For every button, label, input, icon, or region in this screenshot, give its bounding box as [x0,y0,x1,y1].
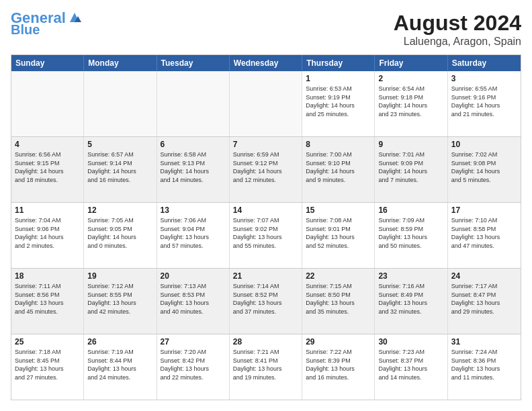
day-info-22: Sunrise: 7:15 AM Sunset: 8:50 PM Dayligh… [306,282,371,316]
day-number-26: 26 [87,337,152,347]
day-2: 2Sunrise: 6:54 AM Sunset: 9:18 PM Daylig… [375,71,447,136]
day-info-17: Sunrise: 7:10 AM Sunset: 8:58 PM Dayligh… [451,216,517,250]
header-monday: Monday [84,55,157,71]
day-info-24: Sunrise: 7:17 AM Sunset: 8:47 PM Dayligh… [451,282,517,316]
header-sunday: Sunday [11,55,84,71]
day-number-31: 31 [451,337,517,347]
day-info-31: Sunrise: 7:24 AM Sunset: 8:36 PM Dayligh… [451,348,517,381]
day-number-16: 16 [378,205,443,215]
day-number-14: 14 [233,205,298,215]
day-info-23: Sunrise: 7:16 AM Sunset: 8:49 PM Dayligh… [378,282,443,316]
empty-cell [230,71,302,136]
day-28: 28Sunrise: 7:21 AM Sunset: 8:41 PM Dayli… [230,334,302,400]
day-info-4: Sunrise: 6:56 AM Sunset: 9:15 PM Dayligh… [15,150,80,184]
day-number-18: 18 [15,271,80,281]
day-19: 19Sunrise: 7:12 AM Sunset: 8:55 PM Dayli… [84,269,157,334]
day-number-22: 22 [306,271,371,281]
day-15: 15Sunrise: 7:08 AM Sunset: 9:01 PM Dayli… [302,203,375,268]
day-info-8: Sunrise: 7:00 AM Sunset: 9:10 PM Dayligh… [306,150,371,184]
logo: General Blue [11,11,82,36]
day-31: 31Sunrise: 7:24 AM Sunset: 8:36 PM Dayli… [448,334,521,400]
day-info-30: Sunrise: 7:23 AM Sunset: 8:37 PM Dayligh… [378,348,443,381]
empty-cell [157,71,230,136]
week-row-1: 1Sunrise: 6:53 AM Sunset: 9:19 PM Daylig… [11,71,521,136]
day-number-3: 3 [451,74,517,83]
day-info-9: Sunrise: 7:01 AM Sunset: 9:09 PM Dayligh… [378,150,443,184]
day-number-29: 29 [306,337,371,347]
day-number-10: 10 [451,140,517,149]
day-29: 29Sunrise: 7:22 AM Sunset: 8:39 PM Dayli… [302,334,375,400]
day-info-6: Sunrise: 6:58 AM Sunset: 9:13 PM Dayligh… [161,150,226,184]
day-24: 24Sunrise: 7:17 AM Sunset: 8:47 PM Dayli… [448,269,521,334]
day-9: 9Sunrise: 7:01 AM Sunset: 9:09 PM Daylig… [375,137,447,202]
header-thursday: Thursday [302,55,375,71]
logo-icon [67,10,82,25]
day-27: 27Sunrise: 7:20 AM Sunset: 8:42 PM Dayli… [157,334,230,400]
day-number-30: 30 [378,337,443,347]
week-row-2: 4Sunrise: 6:56 AM Sunset: 9:15 PM Daylig… [11,136,521,202]
calendar-body: 1Sunrise: 6:53 AM Sunset: 9:19 PM Daylig… [11,71,521,400]
title-block: August 2024 Laluenga, Aragon, Spain [394,11,521,48]
header-saturday: Saturday [448,55,521,71]
day-info-28: Sunrise: 7:21 AM Sunset: 8:41 PM Dayligh… [233,348,298,381]
day-13: 13Sunrise: 7:06 AM Sunset: 9:04 PM Dayli… [157,203,230,268]
header-friday: Friday [375,55,447,71]
empty-cell [11,71,84,136]
main-title: August 2024 [394,11,521,36]
day-info-20: Sunrise: 7:13 AM Sunset: 8:53 PM Dayligh… [161,282,226,316]
day-info-29: Sunrise: 7:22 AM Sunset: 8:39 PM Dayligh… [306,348,371,381]
day-number-23: 23 [378,271,443,281]
day-number-11: 11 [15,205,80,215]
day-23: 23Sunrise: 7:16 AM Sunset: 8:49 PM Dayli… [375,269,447,334]
week-row-5: 25Sunrise: 7:18 AM Sunset: 8:45 PM Dayli… [11,334,521,400]
day-number-6: 6 [161,140,226,149]
day-number-9: 9 [378,140,443,149]
day-info-14: Sunrise: 7:07 AM Sunset: 9:02 PM Dayligh… [233,216,298,250]
day-5: 5Sunrise: 6:57 AM Sunset: 9:14 PM Daylig… [84,137,157,202]
day-21: 21Sunrise: 7:14 AM Sunset: 8:52 PM Dayli… [230,269,302,334]
day-16: 16Sunrise: 7:09 AM Sunset: 8:59 PM Dayli… [375,203,447,268]
logo-blue: Blue [11,23,40,36]
calendar-header: Sunday Monday Tuesday Wednesday Thursday… [11,55,521,71]
day-number-1: 1 [306,74,371,83]
day-18: 18Sunrise: 7:11 AM Sunset: 8:56 PM Dayli… [11,269,84,334]
day-number-27: 27 [161,337,226,347]
day-info-21: Sunrise: 7:14 AM Sunset: 8:52 PM Dayligh… [233,282,298,316]
day-info-25: Sunrise: 7:18 AM Sunset: 8:45 PM Dayligh… [15,348,80,381]
day-number-7: 7 [233,140,298,149]
header: General Blue August 2024 Laluenga, Arago… [11,11,521,48]
day-6: 6Sunrise: 6:58 AM Sunset: 9:13 PM Daylig… [157,137,230,202]
day-info-26: Sunrise: 7:19 AM Sunset: 8:44 PM Dayligh… [87,348,152,381]
week-row-4: 18Sunrise: 7:11 AM Sunset: 8:56 PM Dayli… [11,268,521,334]
day-info-3: Sunrise: 6:55 AM Sunset: 9:16 PM Dayligh… [451,85,517,118]
day-3: 3Sunrise: 6:55 AM Sunset: 9:16 PM Daylig… [448,71,521,136]
page: General Blue August 2024 Laluenga, Arago… [0,0,532,411]
day-number-17: 17 [451,205,517,215]
day-info-13: Sunrise: 7:06 AM Sunset: 9:04 PM Dayligh… [161,216,226,250]
day-number-15: 15 [306,205,371,215]
day-info-27: Sunrise: 7:20 AM Sunset: 8:42 PM Dayligh… [161,348,226,381]
day-1: 1Sunrise: 6:53 AM Sunset: 9:19 PM Daylig… [302,71,375,136]
day-number-25: 25 [15,337,80,347]
day-number-13: 13 [161,205,226,215]
day-12: 12Sunrise: 7:05 AM Sunset: 9:05 PM Dayli… [84,203,157,268]
day-info-11: Sunrise: 7:04 AM Sunset: 9:06 PM Dayligh… [15,216,80,250]
day-20: 20Sunrise: 7:13 AM Sunset: 8:53 PM Dayli… [157,269,230,334]
day-number-24: 24 [451,271,517,281]
header-tuesday: Tuesday [157,55,230,71]
day-number-8: 8 [306,140,371,149]
day-number-21: 21 [233,271,298,281]
day-4: 4Sunrise: 6:56 AM Sunset: 9:15 PM Daylig… [11,137,84,202]
subtitle: Laluenga, Aragon, Spain [394,36,521,48]
day-25: 25Sunrise: 7:18 AM Sunset: 8:45 PM Dayli… [11,334,84,400]
day-info-7: Sunrise: 6:59 AM Sunset: 9:12 PM Dayligh… [233,150,298,184]
day-info-15: Sunrise: 7:08 AM Sunset: 9:01 PM Dayligh… [306,216,371,250]
day-number-12: 12 [87,205,152,215]
day-info-2: Sunrise: 6:54 AM Sunset: 9:18 PM Dayligh… [378,85,443,118]
day-26: 26Sunrise: 7:19 AM Sunset: 8:44 PM Dayli… [84,334,157,400]
day-10: 10Sunrise: 7:02 AM Sunset: 9:08 PM Dayli… [448,137,521,202]
day-14: 14Sunrise: 7:07 AM Sunset: 9:02 PM Dayli… [230,203,302,268]
day-info-18: Sunrise: 7:11 AM Sunset: 8:56 PM Dayligh… [15,282,80,316]
day-number-19: 19 [87,271,152,281]
day-info-16: Sunrise: 7:09 AM Sunset: 8:59 PM Dayligh… [378,216,443,250]
